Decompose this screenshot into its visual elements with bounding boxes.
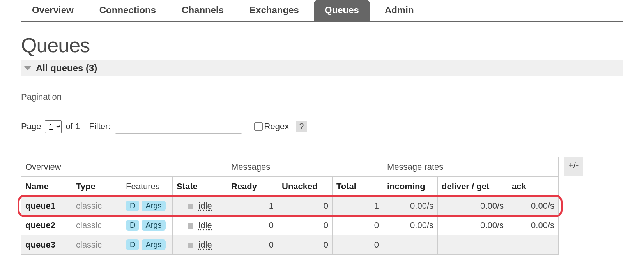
col-state[interactable]: State [173,177,227,196]
group-header-rates: Message rates [383,157,559,177]
feature-badge: Args [142,201,165,211]
regex-label: Regex [264,121,289,132]
queue-ack: 0.00/s [508,196,559,216]
regex-checkbox[interactable] [254,122,263,131]
queue-ack: 0.00/s [508,216,559,235]
queue-ready: 0 [227,235,278,255]
queues-table: Overview Messages Message rates Name Typ… [21,157,559,255]
col-features[interactable]: Features [122,177,173,196]
queue-deliver [438,235,508,255]
queue-features: DArgs [122,216,173,235]
queue-type: classic [72,216,122,235]
tab-exchanges[interactable]: Exchanges [239,0,310,21]
queue-name-link[interactable]: queue3 [21,235,72,255]
filter-label: - Filter: [84,121,110,132]
all-queues-label: All queues (3) [36,63,97,74]
queue-type: classic [72,235,122,255]
col-unacked[interactable]: Unacked [278,177,333,196]
columns-toggle-button[interactable]: +/- [564,157,583,176]
state-text: idle [198,201,212,211]
queue-features: DArgs [122,235,173,255]
table-row: queue2classicDArgsidle0000.00/s0.00/s0.0… [21,216,559,235]
state-text: idle [198,220,212,230]
queue-deliver: 0.00/s [438,216,508,235]
group-header-overview: Overview [21,157,227,177]
col-type[interactable]: Type [72,177,122,196]
queue-name-link[interactable]: queue2 [21,216,72,235]
col-incoming[interactable]: incoming [383,177,438,196]
tab-queues[interactable]: Queues [314,0,370,21]
group-header-messages: Messages [227,157,383,177]
tab-channels[interactable]: Channels [171,0,235,21]
col-name[interactable]: Name [21,177,72,196]
queue-name-link[interactable]: queue1 [21,196,72,216]
feature-badge: Args [142,239,165,250]
tab-connections[interactable]: Connections [88,0,167,21]
state-dot-icon [188,223,193,229]
filter-input[interactable] [115,120,242,134]
feature-badge: D [126,220,139,231]
state-dot-icon [188,204,193,209]
page-label: Page [21,121,41,132]
table-row: queue1classicDArgsidle1010.00/s0.00/s0.0… [21,196,559,216]
queue-ready: 0 [227,216,278,235]
page-of-label: of 1 [65,121,80,132]
all-queues-toggle[interactable]: All queues (3) [21,60,623,76]
feature-badge: D [126,239,139,250]
queue-total: 0 [333,235,383,255]
pagination-legend: Pagination [21,92,623,104]
queue-state: idle [173,235,227,255]
queue-unacked: 0 [278,235,333,255]
queue-type: classic [72,196,122,216]
regex-help-button[interactable]: ? [296,121,307,132]
tab-overview[interactable]: Overview [21,0,85,21]
queue-total: 1 [333,196,383,216]
col-total[interactable]: Total [333,177,383,196]
queue-state: idle [173,196,227,216]
col-ack[interactable]: ack [508,177,559,196]
chevron-down-icon [24,66,31,70]
queue-incoming: 0.00/s [383,216,438,235]
feature-badge: Args [142,220,165,231]
feature-badge: D [126,201,139,211]
queue-features: DArgs [122,196,173,216]
state-dot-icon [188,243,193,248]
pagination-controls: Page 1 of 1 - Filter: Regex ? [21,120,623,134]
queue-unacked: 0 [278,196,333,216]
tab-admin[interactable]: Admin [374,0,425,21]
queue-incoming [383,235,438,255]
queues-table-wrap: Overview Messages Message rates Name Typ… [21,157,623,255]
table-row: queue3classicDArgsidle000 [21,235,559,255]
state-text: idle [198,240,212,250]
page-select[interactable]: 1 [45,120,62,133]
queue-state: idle [173,216,227,235]
queue-deliver: 0.00/s [438,196,508,216]
queue-ready: 1 [227,196,278,216]
queue-ack [508,235,559,255]
main-tabs: OverviewConnectionsChannelsExchangesQueu… [21,0,623,22]
col-deliver[interactable]: deliver / get [438,177,508,196]
queue-unacked: 0 [278,216,333,235]
page-title: Queues [21,33,623,57]
queue-total: 0 [333,216,383,235]
col-ready[interactable]: Ready [227,177,278,196]
queue-incoming: 0.00/s [383,196,438,216]
